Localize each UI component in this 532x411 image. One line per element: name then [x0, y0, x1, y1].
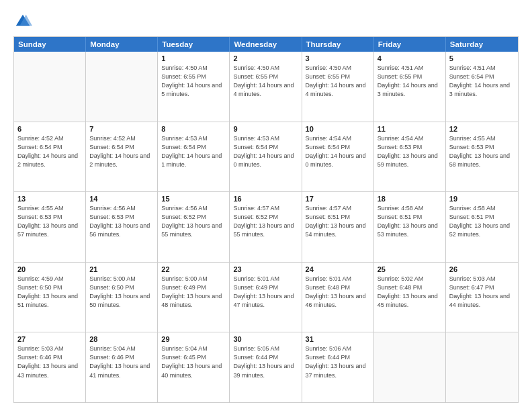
calendar-cell: 1Sunrise: 4:50 AMSunset: 6:55 PMDaylight… [158, 52, 230, 122]
header-day-thursday: Thursday [302, 37, 374, 52]
cell-day-number: 25 [378, 265, 442, 273]
cell-day-number: 7 [89, 125, 154, 133]
cell-info: Sunrise: 4:56 AMSunset: 6:53 PMDaylight:… [89, 204, 154, 239]
cell-info: Sunrise: 4:58 AMSunset: 6:51 PMDaylight:… [378, 204, 442, 239]
cell-day-number: 12 [449, 125, 515, 133]
calendar-cell: 22Sunrise: 5:00 AMSunset: 6:49 PMDayligh… [158, 263, 230, 332]
calendar-cell [86, 52, 158, 122]
cell-day-number: 26 [449, 265, 515, 273]
cell-info: Sunrise: 4:52 AMSunset: 6:54 PMDaylight:… [89, 134, 154, 169]
calendar-cell: 26Sunrise: 5:03 AMSunset: 6:47 PMDayligh… [446, 263, 518, 332]
calendar-row-4: 20Sunrise: 4:59 AMSunset: 6:50 PMDayligh… [14, 262, 518, 332]
cell-info: Sunrise: 5:02 AMSunset: 6:48 PMDaylight:… [378, 275, 442, 310]
cell-day-number: 30 [233, 335, 298, 343]
cell-day-number: 4 [378, 54, 442, 62]
cell-info: Sunrise: 5:05 AMSunset: 6:44 PMDaylight:… [233, 345, 298, 379]
header-day-tuesday: Tuesday [158, 37, 230, 52]
calendar-cell: 28Sunrise: 5:04 AMSunset: 6:46 PMDayligh… [86, 332, 158, 402]
calendar-cell: 27Sunrise: 5:03 AMSunset: 6:46 PMDayligh… [14, 332, 86, 402]
cell-info: Sunrise: 4:50 AMSunset: 6:55 PMDaylight:… [306, 64, 370, 99]
cell-day-number: 27 [17, 335, 82, 343]
cell-info: Sunrise: 5:00 AMSunset: 6:49 PMDaylight:… [161, 275, 226, 310]
calendar-cell: 30Sunrise: 5:05 AMSunset: 6:44 PMDayligh… [230, 332, 302, 402]
cell-day-number: 24 [306, 265, 370, 273]
cell-info: Sunrise: 4:57 AMSunset: 6:51 PMDaylight:… [306, 204, 370, 239]
logo-icon [13, 12, 32, 31]
calendar-cell: 6Sunrise: 4:52 AMSunset: 6:54 PMDaylight… [14, 122, 86, 192]
cell-day-number: 23 [233, 265, 298, 273]
cell-day-number: 6 [17, 125, 82, 133]
cell-info: Sunrise: 4:59 AMSunset: 6:50 PMDaylight:… [17, 275, 82, 310]
calendar-cell [14, 52, 86, 122]
header-day-monday: Monday [86, 37, 158, 52]
cell-day-number: 29 [161, 335, 226, 343]
calendar-cell: 3Sunrise: 4:50 AMSunset: 6:55 PMDaylight… [302, 52, 374, 122]
calendar-cell: 25Sunrise: 5:02 AMSunset: 6:48 PMDayligh… [374, 263, 446, 332]
cell-day-number: 17 [306, 195, 370, 203]
calendar-cell: 7Sunrise: 4:52 AMSunset: 6:54 PMDaylight… [86, 122, 158, 192]
cell-info: Sunrise: 4:55 AMSunset: 6:53 PMDaylight:… [449, 134, 515, 169]
calendar-cell: 13Sunrise: 4:55 AMSunset: 6:53 PMDayligh… [14, 192, 86, 262]
calendar-cell: 29Sunrise: 5:04 AMSunset: 6:45 PMDayligh… [158, 332, 230, 402]
cell-info: Sunrise: 4:57 AMSunset: 6:52 PMDaylight:… [233, 204, 298, 239]
cell-info: Sunrise: 5:03 AMSunset: 6:46 PMDaylight:… [17, 345, 82, 379]
calendar-row-3: 13Sunrise: 4:55 AMSunset: 6:53 PMDayligh… [14, 191, 518, 262]
cell-day-number: 3 [306, 54, 370, 62]
calendar-cell: 24Sunrise: 5:01 AMSunset: 6:48 PMDayligh… [302, 263, 374, 332]
calendar-row-5: 27Sunrise: 5:03 AMSunset: 6:46 PMDayligh… [14, 332, 518, 402]
cell-info: Sunrise: 4:50 AMSunset: 6:55 PMDaylight:… [161, 64, 226, 99]
calendar-cell: 16Sunrise: 4:57 AMSunset: 6:52 PMDayligh… [230, 192, 302, 262]
calendar-cell: 23Sunrise: 5:01 AMSunset: 6:49 PMDayligh… [230, 263, 302, 332]
calendar-cell: 21Sunrise: 5:00 AMSunset: 6:50 PMDayligh… [86, 263, 158, 332]
cell-info: Sunrise: 5:00 AMSunset: 6:50 PMDaylight:… [89, 275, 154, 310]
calendar-cell: 11Sunrise: 4:54 AMSunset: 6:53 PMDayligh… [374, 122, 446, 192]
calendar-row-2: 6Sunrise: 4:52 AMSunset: 6:54 PMDaylight… [14, 122, 518, 192]
calendar: SundayMondayTuesdayWednesdayThursdayFrid… [13, 36, 519, 403]
cell-day-number: 14 [89, 195, 154, 203]
calendar-cell: 4Sunrise: 4:51 AMSunset: 6:55 PMDaylight… [374, 52, 446, 122]
calendar-row-1: 1Sunrise: 4:50 AMSunset: 6:55 PMDaylight… [14, 52, 518, 122]
cell-day-number: 11 [378, 125, 442, 133]
calendar-cell: 5Sunrise: 4:51 AMSunset: 6:54 PMDaylight… [446, 52, 518, 122]
calendar-header: SundayMondayTuesdayWednesdayThursdayFrid… [14, 37, 518, 52]
cell-day-number: 16 [233, 195, 298, 203]
cell-day-number: 8 [161, 125, 226, 133]
cell-day-number: 19 [449, 195, 515, 203]
header-day-wednesday: Wednesday [230, 37, 302, 52]
calendar-cell: 19Sunrise: 4:58 AMSunset: 6:51 PMDayligh… [446, 192, 518, 262]
cell-day-number: 1 [161, 54, 226, 62]
cell-day-number: 9 [233, 125, 298, 133]
cell-day-number: 20 [17, 265, 82, 273]
cell-info: Sunrise: 5:06 AMSunset: 6:44 PMDaylight:… [306, 345, 370, 379]
cell-info: Sunrise: 4:56 AMSunset: 6:52 PMDaylight:… [161, 204, 226, 239]
calendar-cell: 12Sunrise: 4:55 AMSunset: 6:53 PMDayligh… [446, 122, 518, 192]
calendar-cell: 14Sunrise: 4:56 AMSunset: 6:53 PMDayligh… [86, 192, 158, 262]
cell-day-number: 10 [306, 125, 370, 133]
cell-info: Sunrise: 4:51 AMSunset: 6:55 PMDaylight:… [378, 64, 442, 99]
logo [13, 12, 35, 31]
header-day-sunday: Sunday [14, 37, 86, 52]
calendar-cell: 8Sunrise: 4:53 AMSunset: 6:54 PMDaylight… [158, 122, 230, 192]
cell-day-number: 15 [161, 195, 226, 203]
cell-info: Sunrise: 4:55 AMSunset: 6:53 PMDaylight:… [17, 204, 82, 239]
cell-info: Sunrise: 4:53 AMSunset: 6:54 PMDaylight:… [161, 134, 226, 169]
calendar-cell [374, 332, 446, 402]
cell-info: Sunrise: 4:54 AMSunset: 6:53 PMDaylight:… [378, 134, 442, 169]
cell-info: Sunrise: 4:53 AMSunset: 6:54 PMDaylight:… [233, 134, 298, 169]
cell-info: Sunrise: 5:04 AMSunset: 6:45 PMDaylight:… [161, 345, 226, 379]
calendar-cell: 2Sunrise: 4:50 AMSunset: 6:55 PMDaylight… [230, 52, 302, 122]
cell-info: Sunrise: 4:54 AMSunset: 6:54 PMDaylight:… [306, 134, 370, 169]
cell-day-number: 31 [306, 335, 370, 343]
calendar-cell: 20Sunrise: 4:59 AMSunset: 6:50 PMDayligh… [14, 263, 86, 332]
cell-info: Sunrise: 5:03 AMSunset: 6:47 PMDaylight:… [449, 275, 515, 310]
cell-day-number: 2 [233, 54, 298, 62]
calendar-cell: 17Sunrise: 4:57 AMSunset: 6:51 PMDayligh… [302, 192, 374, 262]
cell-info: Sunrise: 4:52 AMSunset: 6:54 PMDaylight:… [17, 134, 82, 169]
calendar-cell: 9Sunrise: 4:53 AMSunset: 6:54 PMDaylight… [230, 122, 302, 192]
calendar-cell: 18Sunrise: 4:58 AMSunset: 6:51 PMDayligh… [374, 192, 446, 262]
page: SundayMondayTuesdayWednesdayThursdayFrid… [0, 0, 532, 411]
cell-info: Sunrise: 4:51 AMSunset: 6:54 PMDaylight:… [449, 64, 515, 99]
header-day-saturday: Saturday [446, 37, 518, 52]
calendar-cell: 10Sunrise: 4:54 AMSunset: 6:54 PMDayligh… [302, 122, 374, 192]
header-day-friday: Friday [374, 37, 446, 52]
